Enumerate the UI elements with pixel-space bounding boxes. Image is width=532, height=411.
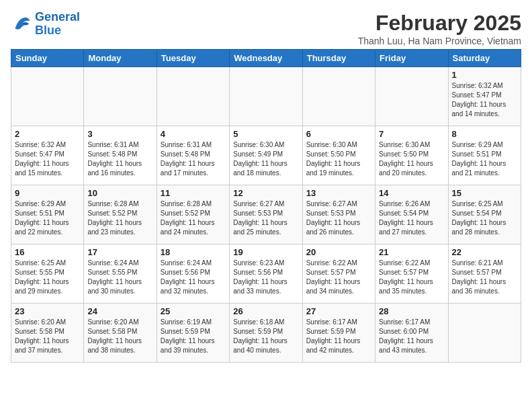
day-info: Sunrise: 6:20 AM Sunset: 5:58 PM Dayligh… [15,318,80,355]
day-number: 20 [306,247,371,257]
calendar-table: SundayMondayTuesdayWednesdayThursdayFrid… [11,49,521,363]
day-info: Sunrise: 6:32 AM Sunset: 5:47 PM Dayligh… [452,81,517,119]
day-info: Sunrise: 6:17 AM Sunset: 6:00 PM Dayligh… [379,318,444,355]
day-number: 21 [379,247,444,257]
day-number: 28 [379,306,444,316]
calendar-cell: 19Sunrise: 6:23 AM Sunset: 5:56 PM Dayli… [230,244,302,304]
logo-text-block: General Blue [35,11,80,38]
calendar-cell: 10Sunrise: 6:28 AM Sunset: 5:52 PM Dayli… [84,185,157,244]
day-number: 6 [306,129,371,139]
day-info: Sunrise: 6:17 AM Sunset: 5:59 PM Dayligh… [306,318,371,355]
day-number: 7 [379,129,444,139]
logo: General Blue [11,11,80,38]
day-info: Sunrise: 6:30 AM Sunset: 5:50 PM Dayligh… [306,140,371,178]
day-number: 25 [161,306,226,316]
day-number: 4 [161,129,226,139]
day-number: 3 [87,129,152,139]
day-number: 22 [452,247,517,257]
day-number: 13 [306,188,371,198]
day-number: 11 [161,188,226,198]
calendar-cell: 22Sunrise: 6:21 AM Sunset: 5:57 PM Dayli… [448,244,521,304]
day-number: 12 [233,188,298,198]
calendar-cell [230,67,302,126]
calendar-cell: 27Sunrise: 6:17 AM Sunset: 5:59 PM Dayli… [302,304,375,363]
calendar-cell: 3Sunrise: 6:31 AM Sunset: 5:48 PM Daylig… [84,126,157,185]
day-info: Sunrise: 6:24 AM Sunset: 5:55 PM Dayligh… [87,259,152,296]
logo-blue: Blue [35,24,80,38]
calendar-cell: 26Sunrise: 6:18 AM Sunset: 5:59 PM Dayli… [230,304,302,363]
calendar-cell: 18Sunrise: 6:24 AM Sunset: 5:56 PM Dayli… [157,244,229,304]
day-info: Sunrise: 6:25 AM Sunset: 5:55 PM Dayligh… [15,259,80,296]
calendar-cell [11,67,84,126]
day-info: Sunrise: 6:32 AM Sunset: 5:47 PM Dayligh… [15,140,80,178]
location-subtitle: Thanh Luu, Ha Nam Province, Vietnam [358,36,521,46]
day-header-monday: Monday [84,50,157,67]
day-number: 1 [452,70,517,80]
calendar-cell: 4Sunrise: 6:31 AM Sunset: 5:48 PM Daylig… [157,126,229,185]
day-info: Sunrise: 6:29 AM Sunset: 5:51 PM Dayligh… [15,199,80,237]
calendar-cell: 28Sunrise: 6:17 AM Sunset: 6:00 PM Dayli… [375,304,448,363]
calendar-cell [157,67,229,126]
calendar-cell: 13Sunrise: 6:27 AM Sunset: 5:53 PM Dayli… [302,185,375,244]
day-number: 10 [87,188,152,198]
calendar-cell: 16Sunrise: 6:25 AM Sunset: 5:55 PM Dayli… [11,244,84,304]
day-number: 8 [452,129,517,139]
calendar-cell: 1Sunrise: 6:32 AM Sunset: 5:47 PM Daylig… [448,67,521,126]
calendar-cell: 9Sunrise: 6:29 AM Sunset: 5:51 PM Daylig… [11,185,84,244]
calendar-cell: 17Sunrise: 6:24 AM Sunset: 5:55 PM Dayli… [84,244,157,304]
calendar-cell: 25Sunrise: 6:19 AM Sunset: 5:59 PM Dayli… [157,304,229,363]
day-info: Sunrise: 6:29 AM Sunset: 5:51 PM Dayligh… [452,140,517,178]
day-info: Sunrise: 6:18 AM Sunset: 5:59 PM Dayligh… [233,318,298,355]
day-info: Sunrise: 6:21 AM Sunset: 5:57 PM Dayligh… [452,259,517,296]
calendar-cell: 24Sunrise: 6:20 AM Sunset: 5:58 PM Dayli… [84,304,157,363]
day-number: 14 [379,188,444,198]
day-info: Sunrise: 6:30 AM Sunset: 5:50 PM Dayligh… [379,140,444,178]
week-row-3: 9Sunrise: 6:29 AM Sunset: 5:51 PM Daylig… [11,185,521,244]
day-number: 19 [233,247,298,257]
day-number: 15 [452,188,517,198]
day-number: 18 [161,247,226,257]
week-row-2: 2Sunrise: 6:32 AM Sunset: 5:47 PM Daylig… [11,126,521,185]
day-number: 16 [15,247,80,257]
calendar-cell: 21Sunrise: 6:22 AM Sunset: 5:57 PM Dayli… [375,244,448,304]
day-info: Sunrise: 6:22 AM Sunset: 5:57 PM Dayligh… [379,259,444,296]
calendar-cell: 5Sunrise: 6:30 AM Sunset: 5:49 PM Daylig… [230,126,302,185]
week-row-5: 23Sunrise: 6:20 AM Sunset: 5:58 PM Dayli… [11,304,521,363]
logo-icon [11,13,32,35]
day-info: Sunrise: 6:28 AM Sunset: 5:52 PM Dayligh… [161,199,226,237]
day-info: Sunrise: 6:22 AM Sunset: 5:57 PM Dayligh… [306,259,371,296]
week-row-4: 16Sunrise: 6:25 AM Sunset: 5:55 PM Dayli… [11,244,521,304]
day-info: Sunrise: 6:23 AM Sunset: 5:56 PM Dayligh… [233,259,298,296]
day-number: 27 [306,306,371,316]
day-info: Sunrise: 6:28 AM Sunset: 5:52 PM Dayligh… [87,199,152,237]
day-number: 26 [233,306,298,316]
day-info: Sunrise: 6:25 AM Sunset: 5:54 PM Dayligh… [452,199,517,237]
day-header-wednesday: Wednesday [230,50,302,67]
logo-general: General [35,10,80,24]
calendar-cell: 8Sunrise: 6:29 AM Sunset: 5:51 PM Daylig… [448,126,521,185]
calendar-cell [448,304,521,363]
day-info: Sunrise: 6:20 AM Sunset: 5:58 PM Dayligh… [87,318,152,355]
day-info: Sunrise: 6:30 AM Sunset: 5:49 PM Dayligh… [233,140,298,178]
day-info: Sunrise: 6:26 AM Sunset: 5:54 PM Dayligh… [379,199,444,237]
day-info: Sunrise: 6:24 AM Sunset: 5:56 PM Dayligh… [161,259,226,296]
day-header-friday: Friday [375,50,448,67]
day-info: Sunrise: 6:27 AM Sunset: 5:53 PM Dayligh… [306,199,371,237]
calendar-cell [375,67,448,126]
day-header-sunday: Sunday [11,50,84,67]
day-number: 23 [15,306,80,316]
month-title: February 2025 [358,11,521,36]
calendar-cell [302,67,375,126]
day-info: Sunrise: 6:27 AM Sunset: 5:53 PM Dayligh… [233,199,298,237]
calendar-cell: 7Sunrise: 6:30 AM Sunset: 5:50 PM Daylig… [375,126,448,185]
calendar-cell: 12Sunrise: 6:27 AM Sunset: 5:53 PM Dayli… [230,185,302,244]
day-info: Sunrise: 6:31 AM Sunset: 5:48 PM Dayligh… [87,140,152,178]
calendar-cell: 2Sunrise: 6:32 AM Sunset: 5:47 PM Daylig… [11,126,84,185]
day-info: Sunrise: 6:19 AM Sunset: 5:59 PM Dayligh… [161,318,226,355]
calendar-header-row: SundayMondayTuesdayWednesdayThursdayFrid… [11,50,521,67]
day-number: 24 [87,306,152,316]
day-header-saturday: Saturday [448,50,521,67]
calendar-cell: 15Sunrise: 6:25 AM Sunset: 5:54 PM Dayli… [448,185,521,244]
calendar-cell: 14Sunrise: 6:26 AM Sunset: 5:54 PM Dayli… [375,185,448,244]
title-block: February 2025 Thanh Luu, Ha Nam Province… [358,11,521,46]
